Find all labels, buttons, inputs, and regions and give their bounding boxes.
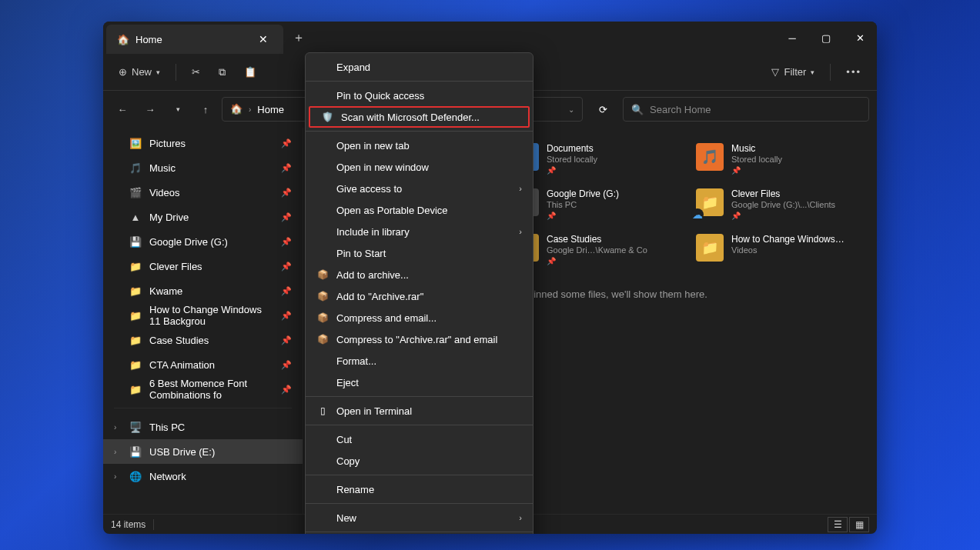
menu-label: Scan with Microsoft Defender... <box>341 112 480 123</box>
context-menu-item[interactable]: Pin to Start <box>306 242 533 264</box>
plus-circle-icon: ⊕ <box>119 66 127 78</box>
folder-icon: 📁 <box>129 285 142 297</box>
maximize-button[interactable]: ▢ <box>809 22 843 54</box>
context-menu-item[interactable]: Copy <box>306 450 533 472</box>
menu-label: Pin to Start <box>336 248 386 259</box>
context-menu-item[interactable]: New› <box>306 507 533 528</box>
menu-label: New <box>336 512 356 524</box>
sidebar-label: Music <box>149 162 176 174</box>
sidebar-item[interactable]: 📁Kwame📌 <box>103 278 303 303</box>
context-menu-item[interactable]: Expand <box>306 56 533 78</box>
filter-button[interactable]: ▽ Filter ▾ <box>764 62 822 82</box>
context-menu-item[interactable]: 📦Add to archive... <box>306 264 533 285</box>
menu-icon <box>316 355 329 367</box>
sidebar-nav-item[interactable]: ›💾USB Drive (E:) <box>103 439 303 464</box>
minimize-button[interactable]: ─ <box>775 22 809 54</box>
context-menu-item[interactable]: Open in new tab <box>306 135 533 156</box>
paste-button[interactable]: 📋 <box>236 62 264 82</box>
context-menu-item[interactable]: Format... <box>306 350 533 372</box>
menu-icon <box>316 512 329 524</box>
expand-icon[interactable]: › <box>114 472 116 481</box>
menu-icon: 📦 <box>316 312 329 324</box>
forward-button[interactable]: → <box>139 98 162 121</box>
expand-icon[interactable]: › <box>114 423 116 432</box>
context-menu-item[interactable]: Pin to Quick access <box>306 85 533 106</box>
context-menu-item[interactable]: 🛡️Scan with Microsoft Defender... <box>309 106 530 128</box>
thumbnails-view-button[interactable]: ▦ <box>849 517 869 532</box>
item-sub: This PC <box>547 200 619 209</box>
context-menu-item[interactable]: Open as Portable Device <box>306 199 533 221</box>
sidebar-item[interactable]: 🖼️Pictures📌 <box>103 131 303 155</box>
chevron-right-icon: › <box>519 227 522 236</box>
refresh-button[interactable]: ⟳ <box>592 98 614 120</box>
grid-item[interactable]: 📁How to Change Windows…Videos <box>696 234 858 265</box>
address-dropdown[interactable]: ⌄ <box>568 105 574 114</box>
sidebar-label: 6 Best Momence Font Combinations fo <box>149 378 273 401</box>
menu-icon <box>316 161 329 173</box>
sidebar-label: Pictures <box>149 138 186 149</box>
menu-icon: 📦 <box>316 290 329 302</box>
context-menu-item[interactable]: Eject <box>306 372 533 393</box>
sidebar-label: Google Drive (G:) <box>149 236 228 248</box>
folder-icon: 📁 <box>696 188 724 216</box>
up-button[interactable]: ↑ <box>194 98 217 121</box>
menu-icon <box>316 139 329 152</box>
sidebar-nav-item[interactable]: ›🖥️This PC <box>103 415 303 439</box>
sidebar-item[interactable]: 📁6 Best Momence Font Combinations fo📌 <box>103 377 303 402</box>
grid-item[interactable]: 🎵MusicStored locally📌 <box>696 143 858 175</box>
sidebar-nav-item[interactable]: ›🌐Network <box>103 464 303 488</box>
new-button[interactable]: ⊕ New ▾ <box>111 62 168 82</box>
menu-icon <box>316 225 329 238</box>
sidebar-item[interactable]: 💾Google Drive (G:)📌 <box>103 229 303 254</box>
back-button[interactable]: ← <box>111 98 134 121</box>
menu-icon: ▯ <box>316 405 329 417</box>
context-menu: ExpandPin to Quick access🛡️Scan with Mic… <box>305 52 533 534</box>
context-menu-item[interactable]: Give access to› <box>306 178 533 199</box>
device-icon: 🌐 <box>129 470 142 482</box>
menu-label: Compress and email... <box>336 312 436 324</box>
menu-label: Open in new window <box>336 162 429 173</box>
copy-button[interactable]: ⧉ <box>211 62 233 83</box>
close-window-button[interactable]: ✕ <box>843 22 877 54</box>
grid-item[interactable]: 📄DocumentsStored locally📌 <box>511 143 673 175</box>
context-menu-item[interactable]: Rename <box>306 478 533 500</box>
context-menu-item[interactable]: 📦Compress to "Archive.rar" and email <box>306 328 533 350</box>
sidebar-label: CTA Animation <box>149 359 215 371</box>
menu-label: Pin to Quick access <box>336 90 424 102</box>
context-menu-item[interactable]: Open in new window <box>306 156 533 178</box>
search-box[interactable]: 🔍 <box>623 97 869 122</box>
context-menu-item[interactable]: Cut <box>306 428 533 450</box>
tab-home[interactable]: 🏠 Home ✕ <box>106 25 283 54</box>
pin-icon: 📌 <box>281 188 292 198</box>
pin-icon: 📌 <box>547 166 597 175</box>
search-input[interactable] <box>650 104 861 115</box>
context-menu-item[interactable]: Include in library› <box>306 221 533 242</box>
sidebar-item[interactable]: 📁CTA Animation📌 <box>103 352 303 377</box>
recent-button[interactable]: ▾ <box>166 98 189 121</box>
expand-icon[interactable]: › <box>114 448 116 456</box>
sidebar-item[interactable]: 🎵Music📌 <box>103 155 303 180</box>
sidebar-item[interactable]: ▲My Drive📌 <box>103 205 303 229</box>
cut-button[interactable]: ✂ <box>184 62 208 82</box>
menu-icon <box>316 61 329 73</box>
titlebar: 🏠 Home ✕ ＋ ─ ▢ ✕ <box>103 22 877 54</box>
pin-icon: 📌 <box>281 237 292 247</box>
tab-close-button[interactable]: ✕ <box>254 32 273 47</box>
sidebar-item[interactable]: 📁Clever Files📌 <box>103 254 303 278</box>
context-menu-item[interactable]: 📦Compress and email... <box>306 307 533 328</box>
chevron-right-icon: › <box>519 513 522 522</box>
context-menu-item[interactable]: 📦Add to "Archive.rar" <box>306 285 533 307</box>
sidebar-item[interactable]: 🎬Videos📌 <box>103 180 303 205</box>
sidebar-item[interactable]: 📁Case Studies📌 <box>103 328 303 352</box>
new-tab-button[interactable]: ＋ <box>283 30 314 46</box>
grid-item[interactable]: 📁Case StudiesGoogle Dri…\Kwame & Co📌 <box>511 234 673 265</box>
grid-item[interactable]: 📁Clever FilesGoogle Drive (G:)\...\Clien… <box>696 188 858 220</box>
menu-label: Give access to <box>336 183 402 195</box>
breadcrumb-current[interactable]: Home <box>257 104 284 115</box>
sidebar-item[interactable]: 📁How to Change Windows 11 Backgrou📌 <box>103 303 303 328</box>
grid-item[interactable]: Google Drive (G:)This PC📌 <box>511 188 673 220</box>
menu-label: Eject <box>336 377 359 388</box>
context-menu-item[interactable]: ▯Open in Terminal <box>306 400 533 422</box>
more-button[interactable]: ••• <box>838 62 869 82</box>
details-view-button[interactable]: ☰ <box>828 517 848 532</box>
